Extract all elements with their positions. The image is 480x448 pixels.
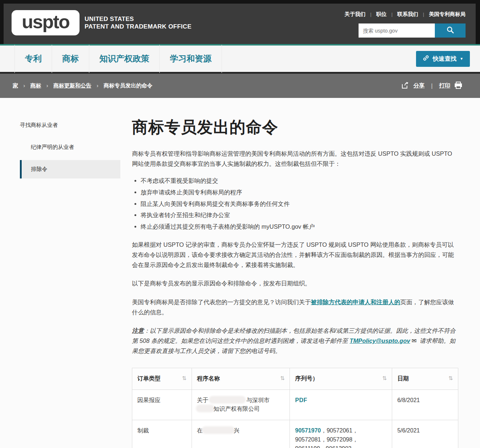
window-frame-top	[0, 0, 480, 4]
column-header-label: 程序名称	[197, 375, 220, 382]
share-link[interactable]: 分享	[413, 82, 425, 90]
share-icon[interactable]	[401, 81, 410, 91]
link-separator: |	[391, 12, 393, 17]
search-button[interactable]	[435, 23, 466, 38]
link-chain-icon	[423, 55, 429, 63]
page-actions: 分享 | 打印	[401, 81, 463, 91]
header-right: 关于我们 | 职位 | 联系我们 | 美国专利商标局	[344, 10, 466, 38]
cell-text: 与深圳市	[245, 397, 269, 403]
cell-serial: PDF	[290, 389, 392, 420]
breadcrumb: 家 › 商标 › 商标更新和公告 › 商标专员发出的命令	[13, 82, 153, 89]
breadcrumb-updates[interactable]: 商标更新和公告	[53, 82, 91, 89]
sort-icon[interactable]: ⇅	[382, 375, 387, 382]
search-bar	[359, 23, 466, 38]
quick-find-label: 快速查找	[433, 55, 457, 63]
chevron-down-icon: ▼	[460, 57, 463, 61]
site-header-wrap: uspto UNITED STATES PATENT AND TRADEMARK…	[0, 4, 480, 44]
redacted-text	[210, 397, 245, 402]
print-icon[interactable]	[454, 81, 463, 91]
org-name: UNITED STATES PATENT AND TRADEMARK OFFIC…	[85, 15, 192, 31]
orders-table: 订单类型⇅ 程序名称⇅ 序列号）⇅ 日期⇅ 因果报应 关于 与深圳市知识产权有限…	[132, 368, 458, 448]
cell-proceeding-name: 在兴	[192, 420, 290, 448]
tmpolicy-email-link[interactable]: TMPolicy@uspto.gov	[350, 337, 410, 344]
redacted-text	[197, 406, 214, 411]
list-item: 将执业者转介至招生和纪律办公室	[141, 212, 459, 218]
excluded-party-paragraph: 美国专利商标局是否排除了代表您的一方提交的意见？访问我们关于被排除方代表的申请人…	[132, 297, 459, 317]
org-name-line2: PATENT AND TRADEMARK OFFICE	[85, 23, 192, 30]
cell-date: 6/8/2021	[392, 389, 458, 420]
table-row: 因果报应 关于 与深圳市知识产权有限公司 PDF 6/8/2021	[132, 389, 458, 420]
site-header: uspto UNITED STATES PATENT AND TRADEMARK…	[4, 4, 476, 44]
column-header-order-type[interactable]: 订单类型⇅	[132, 368, 192, 389]
breadcrumb-home[interactable]: 家	[13, 82, 18, 89]
cell-order-type: 制裁	[132, 420, 192, 448]
column-header-date[interactable]: 日期⇅	[392, 368, 458, 389]
search-input[interactable]	[359, 23, 435, 38]
uspto-logo-text: uspto	[22, 12, 69, 33]
breadcrumb-separator: ›	[46, 82, 48, 89]
nav-item-ip-policy[interactable]: 知识产权政策	[89, 45, 160, 73]
sort-icon[interactable]: ⇅	[448, 375, 453, 382]
link-about-us[interactable]: 关于我们	[344, 11, 365, 18]
list-item: 终止必须通过其提交所有电子表格的受影响的 myUSPTO.gov 帐户	[141, 223, 459, 230]
org-name-line1: UNITED STATES	[85, 15, 192, 23]
nav-item-patents[interactable]: 专利	[14, 45, 52, 73]
process-paragraph: 如果根据对 USPTO 记录的审查，商标专员办公室怀疑一方违反了 USPTO 规…	[132, 240, 459, 270]
note-label: 注意	[132, 327, 144, 334]
sidebar-item-find-practitioner[interactable]: 寻找商标从业者	[20, 122, 120, 129]
table-header-row: 订单类型⇅ 程序名称⇅ 序列号）⇅ 日期⇅	[132, 368, 458, 389]
column-header-label: 序列号）	[295, 375, 318, 382]
cell-proceeding-name: 关于 与深圳市知识产权有限公司	[192, 389, 290, 420]
uspto-logo[interactable]: uspto	[12, 10, 80, 35]
column-header-label: 日期	[397, 375, 409, 382]
breadcrumb-bar: 家 › 商标 › 商标更新和公告 › 商标专员发出的命令 分享 | 打印	[0, 74, 480, 98]
sidebar: 寻找商标从业者 纪律严明的从业者 排除令	[20, 119, 120, 448]
list-item: 不考虑或不重视受影响的提交	[141, 177, 459, 184]
breadcrumb-separator: ›	[97, 82, 98, 89]
link-uspto[interactable]: 美国专利商标局	[429, 11, 466, 18]
search-icon	[446, 26, 454, 35]
intro-paragraph: 商标专员有权管理和指导影响商标运营管理的美国专利商标局活动的所有方面。这包括对违…	[132, 149, 459, 169]
redacted-text	[203, 427, 234, 433]
nav-item-trademarks[interactable]: 商标	[52, 45, 89, 73]
breadcrumb-trademarks[interactable]: 商标	[30, 82, 41, 89]
list-item: 放弃申请或终止美国专利商标局的程序	[141, 189, 459, 195]
sidebar-item-disciplined-practitioners[interactable]: 纪律严明的从业者	[31, 144, 120, 151]
orders-intro-paragraph: 以下是商标专员发布的显示原因命令和排除命令，按发布日期组织。	[132, 279, 459, 289]
sort-icon[interactable]: ⇅	[182, 375, 187, 382]
pdf-link[interactable]: PDF	[295, 397, 307, 403]
excluded-party-link[interactable]: 被排除方代表的申请人和注册人的	[311, 299, 400, 305]
main-column: 商标专员发出的命令 商标专员有权管理和指导影响商标运营管理的美国专利商标局活动的…	[132, 119, 459, 448]
link-separator: |	[370, 12, 371, 17]
action-separator: |	[431, 83, 433, 89]
main-nav: 专利 商标 知识产权政策 学习和资源 快速查找 ▼	[0, 46, 480, 74]
column-header-proceeding-name[interactable]: 程序名称⇅	[192, 368, 290, 389]
header-utility-links: 关于我们 | 职位 | 联系我们 | 美国专利商标局	[344, 11, 466, 18]
cell-serial: 90571970，90572061，90572081，90572098，9061…	[290, 420, 392, 448]
brand[interactable]: uspto UNITED STATES PATENT AND TRADEMARK…	[12, 10, 192, 35]
quick-find-button[interactable]: 快速查找 ▼	[416, 51, 470, 67]
cell-text: 知识产权有限公司	[214, 406, 260, 412]
paragraph-text: 美国专利商标局是否排除了代表您的一方提交的意见？访问我们关于	[132, 299, 311, 305]
breadcrumb-current: 商标专员发出的命令	[104, 82, 153, 89]
cell-date: 5/6/2021	[392, 420, 458, 448]
sort-icon[interactable]: ⇅	[280, 375, 285, 382]
serial-number-link[interactable]: 90571970	[295, 427, 321, 434]
sanctions-list: 不考虑或不重视受影响的提交 放弃申请或终止美国专利商标局的程序 阻止某人向美国专…	[134, 177, 459, 230]
envelope-icon: ✉	[412, 337, 417, 344]
page-title: 商标专员发出的命令	[132, 117, 459, 138]
nav-item-learning-resources[interactable]: 学习和资源	[160, 45, 222, 73]
cell-text: 兴	[234, 427, 240, 434]
breadcrumb-separator: ›	[23, 82, 25, 89]
note-paragraph: 注意：以下显示原因命令和排除命令是未经修改的扫描副本，包括原始签名和/或第三方提…	[132, 326, 459, 356]
column-header-label: 订单类型	[137, 375, 160, 382]
cell-text: 在	[197, 427, 203, 434]
print-link[interactable]: 打印	[439, 82, 450, 90]
column-header-serial-number[interactable]: 序列号）⇅	[290, 368, 392, 389]
cell-order-type: 因果报应	[132, 389, 192, 420]
link-jobs[interactable]: 职位	[376, 11, 387, 18]
link-contact-us[interactable]: 联系我们	[397, 11, 418, 18]
content-area: 寻找商标从业者 纪律严明的从业者 排除令 商标专员发出的命令 商标专员有权管理和…	[0, 98, 480, 448]
table-row: 制裁 在兴 90571970，90572061，90572081，9057209…	[132, 420, 458, 448]
sidebar-item-exclusion-orders[interactable]: 排除令	[20, 160, 120, 178]
